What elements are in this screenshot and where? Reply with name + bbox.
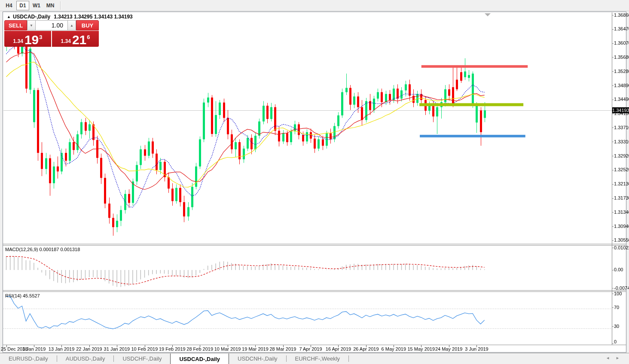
chart-tab-usdchf[interactable]: USDCHF-,Daily (114, 353, 170, 364)
one-click-trading-widget: SELL ▼ ▲ BUY 1.34 19 3 1.34 21 6 (4, 20, 99, 47)
rsi-axis-label: 100 (614, 291, 622, 296)
macd-axis-label: 0.010229 (614, 245, 629, 250)
date-axis-label: 10 Feb 2019 (131, 346, 158, 352)
rsi-axis-label: 30 (614, 324, 619, 329)
macd-indicator-label: MACD(12,26,9) 0.000187 0.001318 (5, 247, 80, 252)
mt4-window: { "toolbar": { "timeframes": [ {"label":… (0, 0, 629, 364)
rsi-value: 45.5527 (23, 293, 40, 298)
buy-button[interactable]: BUY (76, 20, 99, 30)
date-axis-label: 19 Mar 2019 (242, 346, 269, 352)
volume-increase-button[interactable]: ▲ (67, 20, 76, 30)
sell-price-panel[interactable]: 1.34 19 3 (4, 31, 51, 47)
price-axis-label: 1.33310 (614, 139, 629, 144)
chart-tab-bar: EURUSD-,DailyAUDUSD-,DailyUSDCHF-,DailyU… (0, 353, 629, 364)
ohlc-values: 1.34213 1.34295 1.34143 1.34193 (54, 14, 133, 20)
sell-price-point: 3 (39, 31, 42, 44)
price-axis-label: 1.35280 (614, 69, 629, 74)
toolbar-separator (60, 1, 61, 10)
date-axis-label: 16 Apr 2019 (326, 346, 351, 352)
price-axis-label: 1.36470 (614, 26, 629, 31)
price-axis-label: 1.35680 (614, 55, 629, 60)
date-axis-label: 31 Jan 2019 (104, 346, 130, 352)
collapse-trade-widget-icon[interactable]: ▲ (7, 15, 11, 19)
date-axis-label: 6 May 2019 (382, 346, 406, 352)
sell-price-base: 1.34 (13, 37, 23, 46)
price-axis-label: 1.34890 (614, 83, 629, 88)
buy-price-base: 1.34 (61, 37, 71, 46)
date-axis-label: 28 Mar 2019 (270, 346, 296, 352)
date-axis-label: 19 Feb 2019 (159, 346, 186, 352)
date-axis-label: 7 Apr 2019 (299, 346, 322, 352)
date-axis-label: 24 May 2019 (435, 346, 463, 352)
date-axis-label: 3 Jun 2019 (465, 346, 488, 352)
buy-price-panel[interactable]: 1.34 21 6 (52, 31, 99, 47)
price-axis-label: 1.32920 (614, 153, 629, 158)
macd-axis-label: -0.007477 (614, 285, 629, 291)
date-axis-label: 26 Apr 2019 (353, 346, 379, 352)
chart-tab-audusd[interactable]: AUDUSD-,Daily (57, 353, 114, 364)
chart-canvas[interactable] (0, 0, 629, 364)
buy-price-pips: 21 (72, 34, 86, 46)
date-axis-label: 13 Jan 2019 (49, 346, 75, 352)
macd-axis-label: 0.00 (614, 267, 623, 272)
sell-price-pips: 19 (24, 34, 39, 46)
chart-tab-usdcnh[interactable]: USDCNH-,Daily (229, 353, 286, 364)
tab-separator (348, 355, 349, 362)
macd-values: 0.000187 0.001318 (39, 247, 80, 252)
tab-scroll-left-icon[interactable]: ◄ (606, 356, 616, 360)
chart-tab-usdcad[interactable]: USDCAD-,Daily (170, 353, 229, 364)
date-axis-label: 22 Jan 2019 (76, 346, 102, 352)
chart-tab-eurusd[interactable]: EURUSD-,Daily (0, 353, 57, 364)
chart-title: ▲USDCAD-,Daily1.34213 1.34295 1.34143 1.… (7, 14, 133, 20)
volume-decrease-button[interactable]: ▼ (27, 20, 36, 30)
tab-scroll-right-icon[interactable]: ► (616, 356, 626, 360)
price-axis-label: 1.30940 (614, 224, 629, 229)
current-price-tag: 1.34193 (612, 107, 629, 113)
price-axis-label: 1.30550 (614, 237, 629, 243)
price-axis-label: 1.32520 (614, 167, 629, 172)
price-axis-label: 1.31730 (614, 195, 629, 200)
tab-scroll-arrows: ◄► (606, 356, 626, 360)
rsi-axis-label: 70 (614, 305, 619, 310)
rsi-axis-label: 0 (614, 339, 617, 344)
chart-tab-eurchf[interactable]: EURCHF-,Weekly (287, 353, 349, 364)
timeframe-button-d1[interactable]: D1 (16, 1, 29, 10)
price-axis-label: 1.34490 (614, 97, 629, 102)
price-axis-label: 1.32130 (614, 181, 629, 186)
date-axis-label: 15 May 2019 (408, 346, 435, 352)
price-axis-label: 1.33710 (614, 125, 629, 130)
symbol-period-label: USDCAD-,Daily (13, 14, 50, 20)
price-axis-label: 1.36070 (614, 40, 629, 46)
date-axis-label: 10 Mar 2019 (214, 346, 241, 352)
timeframe-button-w1[interactable]: W1 (30, 1, 43, 10)
date-axis-label: 3 Jan 2019 (22, 346, 46, 352)
volume-input[interactable] (36, 20, 67, 30)
timeframe-toolbar: H4D1W1MN (0, 0, 629, 11)
timeframe-button-mn[interactable]: MN (44, 1, 57, 10)
date-axis-label: 28 Feb 2019 (186, 346, 213, 352)
sell-button[interactable]: SELL (4, 20, 27, 30)
price-axis-label: 1.36860 (614, 12, 629, 18)
buy-price-point: 6 (87, 31, 90, 44)
rsi-indicator-label: RSI(14) 45.5527 (5, 293, 40, 298)
timeframe-button-h4[interactable]: H4 (3, 1, 15, 10)
price-axis-label: 1.31340 (614, 209, 629, 215)
